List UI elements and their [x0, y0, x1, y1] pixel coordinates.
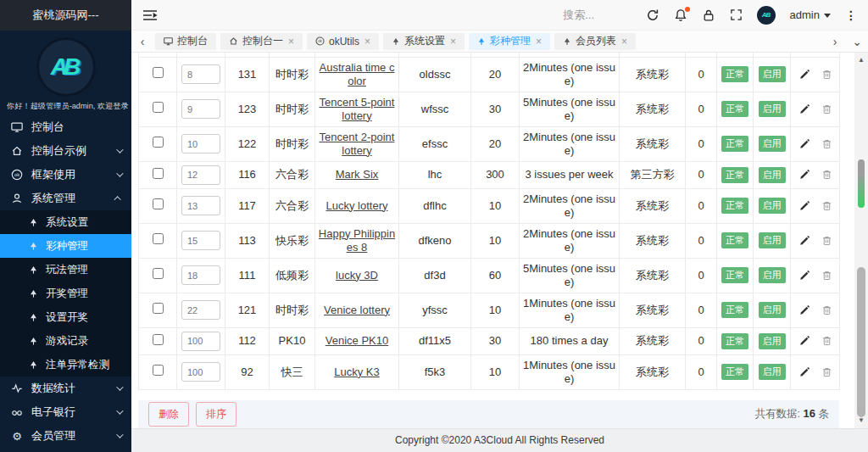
sidebar-item-framework[interactable]: ok 框架使用 [0, 163, 131, 187]
lottery-name-link[interactable]: Tencent 2-point lottery [320, 131, 395, 157]
tab-console-one[interactable]: 控制台一 × [220, 33, 303, 50]
row-checkbox[interactable] [153, 102, 164, 113]
row-checkbox[interactable] [153, 137, 164, 148]
delete-icon[interactable] [821, 138, 832, 150]
close-icon[interactable]: × [536, 36, 542, 47]
sidebar-item-game-records[interactable]: 游戏记录 [0, 329, 131, 353]
tab-okutils[interactable]: ok okUtils × [307, 33, 379, 50]
edit-icon[interactable] [798, 200, 810, 212]
sidebar-item-system-settings[interactable]: 系统设置 [0, 210, 131, 234]
sort-input[interactable] [181, 300, 220, 320]
close-icon[interactable]: × [621, 36, 627, 47]
lock-icon[interactable] [702, 8, 715, 22]
scroll-down-icon[interactable]: ▼ [854, 416, 868, 425]
sort-input[interactable] [181, 99, 220, 119]
scrollbar-thumb-inner[interactable] [858, 159, 865, 208]
tabs-dropdown-icon[interactable]: ⌄ [846, 31, 868, 52]
sort-input[interactable] [181, 362, 220, 382]
sidebar-item-lottery-management[interactable]: 彩种管理 [0, 234, 131, 258]
lottery-category: 系统彩 [620, 188, 686, 223]
tab-lottery-management[interactable]: 彩种管理 × [469, 33, 550, 50]
lottery-id: 113 [225, 223, 270, 258]
lottery-name-link[interactable]: Mark Six [336, 168, 379, 181]
sidebar-item-e-bank[interactable]: 电子银行 [0, 400, 131, 424]
delete-icon[interactable] [821, 366, 832, 378]
row-checkbox[interactable] [153, 303, 164, 314]
lottery-name-link[interactable]: Australia time color [320, 61, 395, 87]
edit-icon[interactable] [798, 69, 810, 81]
scrollbar[interactable]: ▲ ▼ [854, 53, 868, 428]
lottery-name-link[interactable]: Tencent 5-point lottery [320, 96, 395, 122]
chevron-down-icon [116, 407, 123, 414]
tab-dashboard[interactable]: 控制台 [155, 33, 216, 50]
edit-icon[interactable] [798, 304, 810, 316]
row-checkbox[interactable] [153, 168, 164, 179]
user-menu[interactable]: admin [790, 8, 831, 21]
close-icon[interactable]: × [450, 36, 456, 47]
delete-icon[interactable] [821, 304, 832, 316]
delete-icon[interactable] [821, 270, 832, 282]
edit-icon[interactable] [798, 235, 810, 247]
sidebar-item-console-demo[interactable]: 控制台示例 [0, 139, 131, 163]
row-checkbox[interactable] [153, 198, 164, 209]
refresh-icon[interactable] [646, 8, 659, 22]
row-checkbox[interactable] [153, 334, 164, 345]
delete-icon[interactable] [821, 335, 832, 347]
delete-icon[interactable] [821, 103, 832, 115]
edit-icon[interactable] [798, 103, 810, 115]
avatar[interactable]: AB [757, 6, 776, 25]
sidebar-item-set-draw[interactable]: 设置开奖 [0, 305, 131, 329]
scrollbar-thumb-outer[interactable] [857, 267, 865, 417]
lottery-name-link[interactable]: Lucky K3 [334, 366, 379, 378]
tabs-scroll-left-icon[interactable]: ‹ [131, 31, 153, 52]
more-icon[interactable]: ⋮ [845, 9, 857, 21]
close-icon[interactable]: × [364, 36, 370, 47]
delete-icon[interactable] [821, 69, 832, 81]
scroll-up-icon[interactable]: ▲ [854, 56, 868, 64]
fold-menu-icon[interactable] [142, 9, 158, 21]
edit-icon[interactable] [798, 169, 810, 181]
lottery-id: 131 [225, 57, 270, 92]
sort-button[interactable]: 排序 [196, 402, 236, 427]
row-checkbox[interactable] [153, 268, 164, 279]
delete-icon[interactable] [821, 200, 832, 212]
sidebar-item-bet-anomaly-check[interactable]: 注单异常检测 [0, 353, 131, 377]
edit-icon[interactable] [798, 366, 810, 378]
sort-input[interactable] [181, 64, 220, 84]
sidebar-item-play-management[interactable]: 玩法管理 [0, 258, 131, 282]
sort-input[interactable] [181, 134, 220, 153]
sidebar-item-draw-management[interactable]: 开奖管理 [0, 282, 131, 305]
sidebar-item-data-statistics[interactable]: 数据统计 [0, 377, 131, 400]
lottery-name-link[interactable]: Venice lottery [324, 304, 390, 316]
fullscreen-icon[interactable] [730, 8, 743, 21]
sidebar-item-dashboard[interactable]: 控制台 [0, 115, 131, 139]
lottery-name-link[interactable]: Happy Philippines 8 [319, 227, 395, 254]
lottery-number: 10 [471, 293, 520, 327]
sidebar-item-system-management[interactable]: 系统管理 [0, 187, 131, 210]
close-icon[interactable]: × [288, 36, 294, 47]
sort-input[interactable] [181, 332, 220, 351]
row-checkbox[interactable] [153, 233, 164, 244]
lottery-name-link[interactable]: Lucky lottery [326, 199, 388, 212]
delete-button[interactable]: 删除 [148, 402, 189, 427]
sort-input[interactable] [181, 165, 220, 185]
edit-icon[interactable] [798, 138, 810, 150]
delete-icon[interactable] [821, 235, 832, 247]
row-checkbox[interactable] [153, 365, 164, 376]
sidebar-item-member-management[interactable]: ⚙ 会员管理 [0, 424, 131, 448]
sort-input[interactable] [181, 231, 220, 250]
delete-icon[interactable] [821, 169, 832, 181]
tab-system-settings[interactable]: 系统设置 × [383, 33, 465, 50]
sort-input[interactable] [181, 265, 220, 285]
edit-icon[interactable] [798, 270, 810, 282]
row-checkbox[interactable] [153, 67, 164, 78]
sort-input[interactable] [181, 196, 220, 215]
lottery-name-link[interactable]: lucky 3D [336, 269, 378, 282]
table-row: 122 时时彩 Tencent 2-point lottery efssc 20… [139, 126, 840, 161]
bell-icon[interactable] [674, 8, 687, 22]
tab-member-list[interactable]: 会员列表 × [554, 33, 636, 50]
lottery-name-link[interactable]: Venice PK10 [326, 334, 388, 347]
tabs-scroll-right-icon[interactable]: › [824, 31, 846, 52]
search-input[interactable] [524, 8, 634, 21]
edit-icon[interactable] [798, 335, 810, 347]
